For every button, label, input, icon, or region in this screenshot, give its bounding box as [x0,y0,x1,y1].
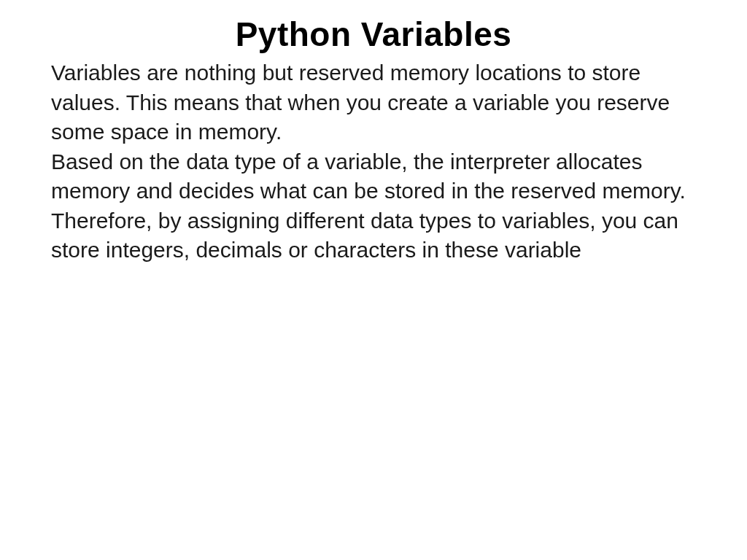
paragraph-2: Based on the data type of a variable, th… [51,147,696,265]
paragraph-1: Variables are nothing but reserved memor… [51,58,696,147]
body-content: Variables are nothing but reserved memor… [51,58,696,265]
page-title: Python Variables [51,15,696,54]
